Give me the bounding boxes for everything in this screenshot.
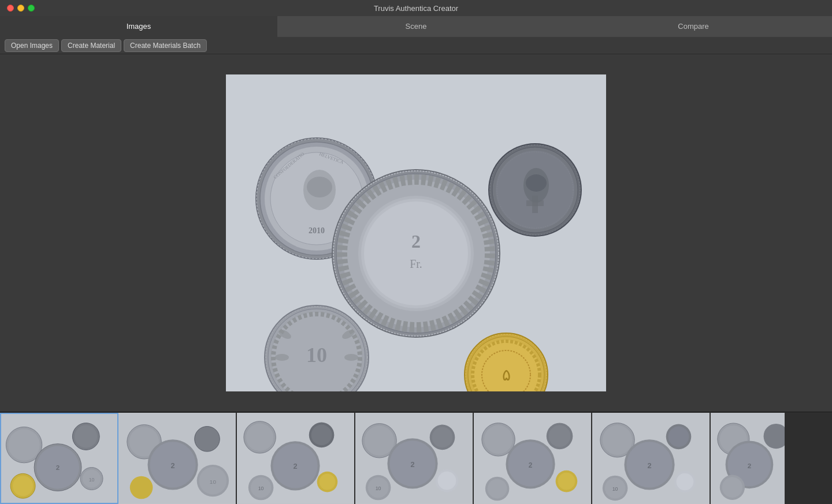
svg-text:10: 10 (210, 478, 217, 484)
svg-text:2: 2 (647, 461, 651, 469)
coins-svg: 2010 CONFOEDERATIO HELVETICA (226, 74, 606, 391)
thumbnail-3[interactable]: 2 10 (237, 413, 355, 504)
create-material-button[interactable]: Create Material (61, 39, 121, 52)
title-bar: Truvis Authentica Creator (0, 0, 832, 16)
svg-point-73 (246, 423, 274, 451)
svg-text:Fr.: Fr. (410, 257, 422, 270)
svg-text:2: 2 (293, 461, 297, 470)
thumbnail-4[interactable]: 2 10 (355, 413, 474, 504)
svg-point-49 (8, 429, 40, 461)
create-materials-batch-button[interactable]: Create Materials Batch (124, 39, 207, 52)
svg-point-121 (677, 473, 694, 490)
image-area: 2010 CONFOEDERATIO HELVETICA (0, 54, 832, 412)
svg-point-130 (722, 477, 742, 497)
svg-text:10: 10 (376, 486, 381, 491)
svg-text:2: 2 (529, 461, 533, 469)
svg-point-16 (526, 174, 547, 192)
thumbnail-5[interactable]: 2 (474, 413, 592, 504)
thumbnail-svg-4: 2 10 (355, 413, 473, 504)
thumbnail-svg-2: 2 10 (118, 413, 236, 504)
main-content: 2010 CONFOEDERATIO HELVETICA (0, 54, 832, 504)
thumbnail-7[interactable]: 2 (711, 413, 786, 504)
svg-point-113 (668, 426, 689, 447)
thumbnail-strip: 2 10 2 10 (0, 412, 832, 504)
svg-point-86 (365, 425, 394, 455)
svg-point-26 (364, 201, 468, 305)
svg-point-39 (344, 354, 358, 361)
svg-point-7 (307, 177, 332, 197)
svg-text:2: 2 (411, 231, 421, 252)
traffic-lights (7, 5, 35, 12)
thumbnail-1[interactable]: 2 10 (0, 413, 118, 504)
app-title: Truvis Authentica Creator (374, 4, 458, 13)
thumbnail-svg-1: 2 10 (1, 414, 117, 503)
svg-text:2: 2 (748, 461, 752, 469)
svg-point-63 (195, 426, 220, 451)
svg-text:2: 2 (410, 460, 414, 468)
thumbnail-svg-3: 2 10 (237, 413, 354, 504)
minimize-button[interactable] (17, 5, 24, 12)
open-images-button[interactable]: Open Images (5, 39, 59, 52)
main-image: 2010 CONFOEDERATIO HELVETICA (226, 74, 606, 391)
tab-bar: Images Scene Compare (0, 16, 832, 37)
svg-point-111 (603, 425, 632, 454)
svg-text:2010: 2010 (309, 226, 325, 235)
svg-text:۵: ۵ (502, 366, 511, 384)
svg-point-101 (549, 425, 571, 447)
thumbnail-svg-7: 2 (711, 413, 785, 504)
svg-rect-18 (526, 200, 544, 206)
svg-point-88 (432, 427, 453, 447)
tab-compare[interactable]: Compare (555, 16, 832, 37)
svg-point-96 (438, 471, 456, 490)
toolbar: Open Images Create Material Create Mater… (0, 37, 832, 54)
svg-point-106 (488, 479, 507, 498)
svg-point-99 (484, 425, 513, 454)
svg-text:10: 10 (89, 476, 95, 482)
svg-text:10: 10 (306, 344, 327, 367)
thumbnail-6[interactable]: 2 10 (592, 413, 711, 504)
svg-point-56 (13, 476, 33, 496)
thumbnail-2[interactable]: 2 10 (118, 413, 237, 504)
close-button[interactable] (7, 5, 14, 12)
thumbnail-svg-6: 2 10 (592, 413, 710, 504)
svg-text:2: 2 (56, 464, 60, 471)
maximize-button[interactable] (28, 5, 35, 12)
svg-text:2: 2 (170, 461, 174, 469)
thumbnail-svg-5: 2 (474, 413, 591, 504)
svg-point-38 (275, 354, 289, 361)
svg-point-83 (320, 473, 336, 490)
svg-point-51 (75, 425, 97, 447)
tab-scene[interactable]: Scene (277, 16, 555, 37)
tab-images[interactable]: Images (0, 16, 277, 37)
svg-point-108 (558, 472, 575, 490)
svg-text:10: 10 (612, 486, 618, 492)
svg-point-75 (311, 424, 332, 445)
svg-text:10: 10 (258, 486, 264, 491)
svg-point-67 (130, 476, 153, 499)
